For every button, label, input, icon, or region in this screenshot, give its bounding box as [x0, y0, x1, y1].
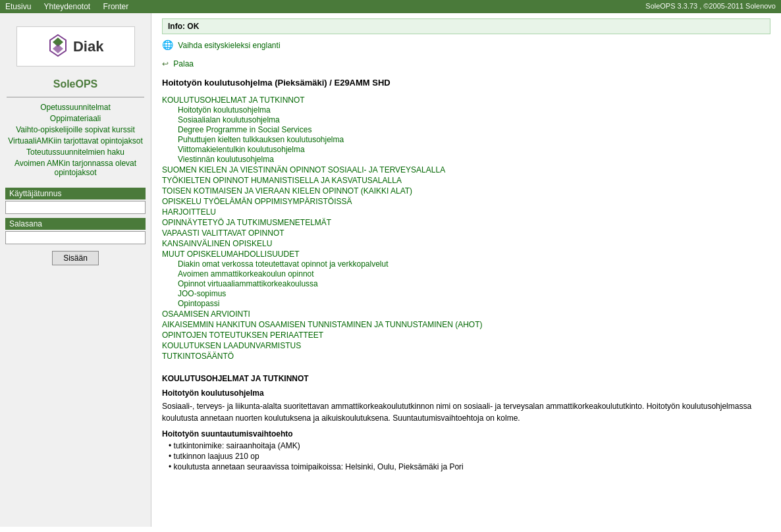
- toc-section-4: OPISKELU TYÖELÄMÄN OPPIMISYMPÄRISTÖISSÄ: [162, 197, 770, 206]
- toc-section-1: SUOMEN KIELEN JA VIESTINNÄN OPINNOT SOSI…: [162, 165, 770, 174]
- sidebar-item-oppimateriaali[interactable]: Oppimateriaali: [5, 114, 146, 123]
- login-section: Käyttäjätunnus Salasana Sisään: [0, 188, 151, 265]
- toc-link-11[interactable]: AIKAISEMMIN HANKITUN OSAAMISEN TUNNISTAM…: [162, 320, 770, 329]
- sidebar-item-opetussuunnitelmat[interactable]: Opetussuunnitelmat: [5, 103, 146, 112]
- toc-link-5[interactable]: HARJOITTELU: [162, 207, 770, 217]
- toc-section-9: MUUT OPISKELUMAHDOLLISUUDET Diakin omat …: [162, 250, 770, 308]
- password-input[interactable]: [5, 231, 146, 244]
- toc-sub-item[interactable]: Viittomakielentulkin koulutusohjelma: [178, 145, 770, 154]
- toc-link-1[interactable]: SUOMEN KIELEN JA VIESTINNÄN OPINNOT SOSI…: [162, 165, 770, 174]
- palaa-container: ↩ Palaa: [162, 54, 770, 74]
- toc-section-8: KANSAINVÄLINEN OPISKELU: [162, 239, 770, 248]
- username-input[interactable]: [5, 201, 146, 214]
- toc-section-7: VAPAASTI VALITTAVAT OPINNOT: [162, 228, 770, 238]
- logo-area: Diak: [0, 20, 151, 73]
- content-section-heading: KOULUTUSOHJELMAT JA TUTKINNOT: [162, 374, 770, 383]
- content-subsection-heading: Hoitotyön koulutusohjelma: [162, 388, 770, 398]
- sidebar: Diak SoleOPS Opetussuunnitelmat Oppimate…: [0, 13, 151, 527]
- logo-box: Diak: [16, 26, 135, 66]
- info-bar: Info: OK: [162, 18, 770, 34]
- toc-section-6: OPINNÄYTETYÖ JA TUTKIMUSMENETELMÄT: [162, 218, 770, 227]
- toc-sub-item[interactable]: Hoitotyön koulutusohjelma: [178, 105, 770, 115]
- toc-sub-item[interactable]: Opintopassi: [178, 299, 770, 308]
- toc-sub-9: Diakin omat verkossa toteutettavat opinn…: [162, 259, 770, 308]
- toc-sub-item[interactable]: Opinnot virtuaaliammattikorkeakoulussa: [178, 279, 770, 288]
- toc: KOULUTUSOHJELMAT JA TUTKINNOT Hoitotyön …: [162, 95, 770, 361]
- toc-link-3[interactable]: TOISEN KOTIMAISEN JA VIERAAN KIELEN OPIN…: [162, 186, 770, 196]
- toc-section-0: KOULUTUSOHJELMAT JA TUTKINNOT Hoitotyön …: [162, 95, 770, 164]
- toc-link-14[interactable]: TUTKINTOSÄÄNTÖ: [162, 352, 770, 361]
- toc-section-14: TUTKINTOSÄÄNTÖ: [162, 352, 770, 361]
- topbar-nav: Etusivu Yhteydenotot Fronter: [5, 2, 139, 11]
- sidebar-item-toteutus[interactable]: Toteutussuunnitelmien haku: [5, 147, 146, 157]
- toc-link-4[interactable]: OPISKELU TYÖELÄMÄN OPPIMISYMPÄRISTÖISSÄ: [162, 197, 770, 206]
- bullet-item: tutkinnon laajuus 210 op: [169, 452, 770, 461]
- nav-fronter[interactable]: Fronter: [103, 2, 129, 11]
- lang-link[interactable]: Vaihda esityskieleksi englanti: [178, 41, 280, 50]
- diak-logo-icon: [47, 34, 68, 59]
- sidebar-item-avoimen[interactable]: Avoimen AMKin tarjonnassa olevat opintoj…: [5, 159, 146, 177]
- toc-link-6[interactable]: OPINNÄYTETYÖ JA TUTKIMUSMENETELMÄT: [162, 218, 770, 227]
- toc-section-3: TOISEN KOTIMAISEN JA VIERAAN KIELEN OPIN…: [162, 186, 770, 196]
- toc-sub-item[interactable]: Viestinnän koulutusohjelma: [178, 155, 770, 164]
- toc-sub-item[interactable]: Degree Programme in Social Services: [178, 125, 770, 134]
- toc-section-2: TYÖKIELTEN OPINNOT HUMANISTISELLA JA KAS…: [162, 176, 770, 185]
- toc-link-12[interactable]: OPINTOJEN TOTEUTUKSEN PERIAATTEET: [162, 331, 770, 340]
- login-button[interactable]: Sisään: [52, 251, 99, 265]
- toc-section-5: HARJOITTELU: [162, 207, 770, 217]
- toc-sub-0: Hoitotyön koulutusohjelma Sosiaalialan k…: [162, 105, 770, 164]
- toc-link-13[interactable]: KOULUTUKSEN LAADUNVARMISTUS: [162, 341, 770, 350]
- sole-label: Sole: [53, 78, 76, 90]
- sidebar-nav: Opetussuunnitelmat Oppimateriaali Vaihto…: [0, 103, 151, 177]
- content-section: KOULUTUSOHJELMAT JA TUTKINNOT Hoitotyön …: [162, 374, 770, 471]
- info-status: Info: OK: [168, 22, 199, 31]
- bullet-list: tutkintonimike: sairaanhoitaja (AMK) tut…: [162, 441, 770, 471]
- toc-sub-item[interactable]: Sosiaalialan koulutusohjelma: [178, 115, 770, 124]
- toc-link-10[interactable]: OSAAMISEN ARVIOINTI: [162, 309, 770, 319]
- toc-section-11: AIKAISEMMIN HANKITUN OSAAMISEN TUNNISTAM…: [162, 320, 770, 329]
- toc-link-9[interactable]: MUUT OPISKELUMAHDOLLISUUDET: [162, 250, 770, 259]
- content-suuntautumis-heading: Hoitotyön suuntautumisvaihtoehto: [162, 429, 770, 439]
- sidebar-divider: [7, 97, 144, 97]
- topbar-version: SoleOPS 3.3.73 , ©2005-2011 Solenovo: [645, 2, 776, 11]
- toc-link-8[interactable]: KANSAINVÄLINEN OPISKELU: [162, 239, 770, 248]
- soleops-title: SoleOPS: [0, 78, 151, 90]
- toc-sub-item[interactable]: JOO-sopimus: [178, 289, 770, 298]
- diak-logo-text: Diak: [73, 38, 103, 55]
- globe-icon: 🌐: [162, 40, 173, 50]
- password-label: Salasana: [5, 218, 146, 230]
- nav-etusivu[interactable]: Etusivu: [5, 2, 31, 11]
- toc-sub-item[interactable]: Diakin omat verkossa toteutettavat opinn…: [178, 259, 770, 269]
- back-icon: ↩: [162, 59, 169, 68]
- toc-link-7[interactable]: VAPAASTI VALITTAVAT OPINNOT: [162, 228, 770, 238]
- bullet-item: koulutusta annetaan seuraavissa toimipai…: [169, 462, 770, 471]
- page-title: Hoitotyön koulutusohjelma (Pieksämäki) /…: [162, 78, 770, 88]
- sidebar-item-vaihto[interactable]: Vaihto-opiskelijoille sopivat kurssit: [5, 125, 146, 134]
- toc-link-0[interactable]: KOULUTUSOHJELMAT JA TUTKINNOT: [162, 95, 770, 105]
- toc-section-10: OSAAMISEN ARVIOINTI: [162, 309, 770, 319]
- username-label: Käyttäjätunnus: [5, 188, 146, 200]
- toc-section-12: OPINTOJEN TOTEUTUKSEN PERIAATTEET: [162, 331, 770, 340]
- svg-marker-2: [53, 44, 63, 53]
- nav-yhteydenotot[interactable]: Yhteydenotot: [43, 2, 90, 11]
- palaa-link[interactable]: Palaa: [173, 59, 194, 68]
- content-para-1: Sosiaali-, terveys- ja liikunta-alalta s…: [162, 400, 770, 424]
- sidebar-item-virtuaali[interactable]: VirtuaaliAMKiin tarjottavat opintojaksot: [5, 136, 146, 146]
- bullet-item: tutkintonimike: sairaanhoitaja (AMK): [169, 441, 770, 450]
- toc-sub-item[interactable]: Puhuttujen kielten tulkkauksen koulutuso…: [178, 135, 770, 144]
- ops-label: OPS: [76, 78, 98, 90]
- main-content: Info: OK 🌐 Vaihda esityskieleksi englant…: [151, 13, 781, 527]
- toc-section-13: KOULUTUKSEN LAADUNVARMISTUS: [162, 341, 770, 350]
- topbar: Etusivu Yhteydenotot Fronter SoleOPS 3.3…: [0, 0, 781, 13]
- toc-link-2[interactable]: TYÖKIELTEN OPINNOT HUMANISTISELLA JA KAS…: [162, 176, 770, 185]
- lang-switch: 🌐 Vaihda esityskieleksi englanti: [162, 40, 770, 50]
- toc-sub-item[interactable]: Avoimen ammattikorkeakoulun opinnot: [178, 269, 770, 279]
